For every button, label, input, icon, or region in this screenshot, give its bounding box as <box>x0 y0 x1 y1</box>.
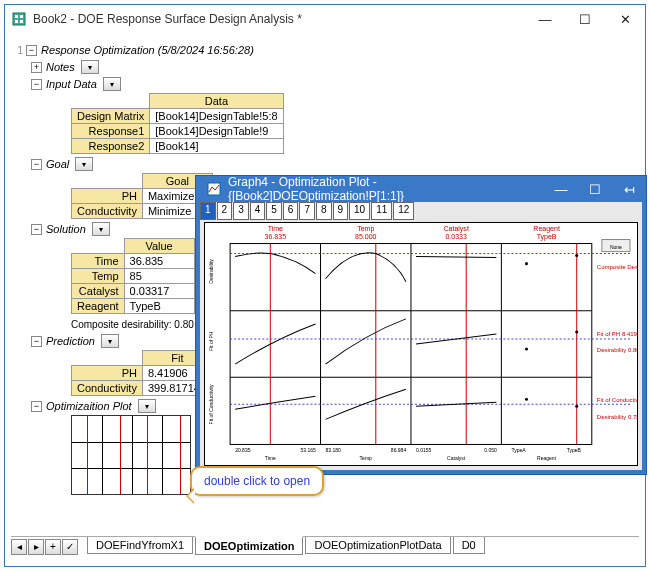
svg-text:Desirability 0.751: Desirability 0.751 <box>597 414 637 420</box>
svg-text:Fit of Conductivity: Fit of Conductivity <box>208 384 214 424</box>
layer-tab[interactable]: 5 <box>266 202 282 220</box>
optimization-plot-svg: Time Temp Catalyst Reagent 36.835 85.000… <box>205 223 637 465</box>
dropdown-button[interactable]: ▾ <box>103 77 121 91</box>
app-icon <box>11 11 27 27</box>
table-row-label: Conductivity <box>72 381 143 396</box>
table-row-label: Design Matrix <box>72 109 150 124</box>
sheet-nav-prev[interactable]: ◂ <box>11 539 27 555</box>
svg-rect-2 <box>20 15 23 18</box>
layer-tab[interactable]: 6 <box>283 202 299 220</box>
plot-area[interactable]: Time Temp Catalyst Reagent 36.835 85.000… <box>204 222 638 466</box>
collapse-toggle[interactable]: − <box>31 401 42 412</box>
table-header: Data <box>150 94 283 109</box>
graph-body: 1 2 3 4 5 6 7 8 9 10 11 12 <box>196 202 646 474</box>
sheet-tab[interactable]: DOEFindYfromX1 <box>87 537 193 554</box>
svg-text:Desirability 0.807: Desirability 0.807 <box>597 347 637 353</box>
svg-text:20.835: 20.835 <box>235 448 251 454</box>
svg-text:0.0333: 0.0333 <box>445 233 467 240</box>
table-cell[interactable]: 85 <box>124 269 194 284</box>
opt-plot-section: Optimizaition Plot <box>46 400 132 412</box>
collapse-toggle[interactable]: − <box>31 224 42 235</box>
svg-text:86.984: 86.984 <box>391 448 407 454</box>
sheet-tab[interactable]: DOEOptimizationPlotData <box>305 537 450 554</box>
collapse-toggle[interactable]: − <box>26 45 37 56</box>
collapse-toggle[interactable]: + <box>31 62 42 73</box>
svg-text:83.180: 83.180 <box>326 448 342 454</box>
graph-titlebar[interactable]: Graph4 - Optimization Plot - {[Book2]DOE… <box>196 176 646 202</box>
svg-text:Desirability: Desirability <box>208 259 214 284</box>
graph-minimize-button[interactable]: — <box>544 176 578 202</box>
sheet-tab[interactable]: DOEOptimization <box>195 536 303 555</box>
dropdown-button[interactable]: ▾ <box>92 222 110 236</box>
prediction-section: Prediction <box>46 335 95 347</box>
svg-point-29 <box>525 262 528 265</box>
svg-rect-0 <box>13 13 25 25</box>
svg-point-30 <box>575 254 578 257</box>
layer-tab[interactable]: 11 <box>371 202 392 220</box>
table-row-label: Reagent <box>72 299 125 314</box>
svg-text:None: None <box>610 244 622 250</box>
svg-text:Fit of PH 8.419: Fit of PH 8.419 <box>597 331 637 337</box>
layer-tab[interactable]: 1 <box>200 202 216 220</box>
prediction-table: Fit PH8.41906 Conductivity399.81714 <box>71 350 213 396</box>
table-row-label: PH <box>72 189 143 204</box>
layer-tab[interactable]: 8 <box>316 202 332 220</box>
table-cell[interactable]: TypeB <box>124 299 194 314</box>
table-row-label: Catalyst <box>72 284 125 299</box>
maximize-button[interactable]: ☐ <box>565 6 605 32</box>
layer-tabs: 1 2 3 4 5 6 7 8 9 10 11 12 <box>200 202 642 220</box>
svg-text:85.000: 85.000 <box>355 233 377 240</box>
graph-restore-button[interactable]: ↤ <box>612 176 646 202</box>
table-cell[interactable]: [Book14]DesignTable!9 <box>150 124 283 139</box>
layer-tab[interactable]: 3 <box>233 202 249 220</box>
dropdown-button[interactable]: ▾ <box>101 334 119 348</box>
table-cell[interactable]: [Book14] <box>150 139 283 154</box>
table-cell[interactable]: 36.835 <box>124 254 194 269</box>
goal-table: Goal PHMaximize ConductivityMinimize <box>71 173 213 219</box>
svg-text:TypeB: TypeB <box>567 448 582 454</box>
table-cell[interactable]: [Book14]DesignTable!5:8 <box>150 109 283 124</box>
sheet-nav-menu[interactable]: ✓ <box>62 539 78 555</box>
layer-tab[interactable]: 9 <box>333 202 349 220</box>
notes-section: Notes <box>46 61 75 73</box>
layer-tab[interactable]: 12 <box>393 202 414 220</box>
collapse-toggle[interactable]: − <box>31 79 42 90</box>
svg-text:Temp: Temp <box>360 455 372 461</box>
sheet-tab[interactable]: D0 <box>453 537 485 554</box>
close-button[interactable]: ✕ <box>605 6 645 32</box>
table-row-label: Response2 <box>72 139 150 154</box>
dropdown-button[interactable]: ▾ <box>81 60 99 74</box>
row-number: 1 <box>11 45 23 56</box>
graph-maximize-button[interactable]: ☐ <box>578 176 612 202</box>
graph-window[interactable]: Graph4 - Optimization Plot - {[Book2]DOE… <box>195 175 647 475</box>
table-cell[interactable]: 0.03317 <box>124 284 194 299</box>
dropdown-button[interactable]: ▾ <box>138 399 156 413</box>
graph-icon <box>206 181 222 197</box>
content-area: 1 − Response Optimization (5/8/2024 16:5… <box>5 33 645 566</box>
svg-text:Reagent: Reagent <box>537 455 557 461</box>
sheet-nav-add[interactable]: + <box>45 539 61 555</box>
svg-text:TypeA: TypeA <box>511 448 526 454</box>
layer-tab[interactable]: 7 <box>299 202 315 220</box>
sheet-tabs: ◂ ▸ + ✓ DOEFindYfromX1 DOEOptimization D… <box>11 536 639 556</box>
dropdown-button[interactable]: ▾ <box>75 157 93 171</box>
collapse-toggle[interactable]: − <box>31 159 42 170</box>
sheet-nav-next[interactable]: ▸ <box>28 539 44 555</box>
layer-tab[interactable]: 4 <box>250 202 266 220</box>
main-titlebar[interactable]: Book2 - DOE Response Surface Design Anal… <box>5 5 645 33</box>
input-data-section: Input Data <box>46 78 97 90</box>
optimization-plot-thumbnail[interactable] <box>71 415 191 495</box>
table-row-label: PH <box>72 366 143 381</box>
goal-section: Goal <box>46 158 69 170</box>
collapse-toggle[interactable]: − <box>31 336 42 347</box>
minimize-button[interactable]: — <box>525 6 565 32</box>
svg-text:36.835: 36.835 <box>265 233 287 240</box>
solution-section: Solution <box>46 223 86 235</box>
main-title-text: Book2 - DOE Response Surface Design Anal… <box>33 12 525 26</box>
svg-point-34 <box>575 405 578 408</box>
layer-tab[interactable]: 2 <box>217 202 233 220</box>
tooltip-bubble: double click to open <box>190 466 324 496</box>
table-row-label: Response1 <box>72 124 150 139</box>
solution-table: Value Time36.835 Temp85 Catalyst0.03317 … <box>71 238 195 314</box>
layer-tab[interactable]: 10 <box>349 202 370 220</box>
